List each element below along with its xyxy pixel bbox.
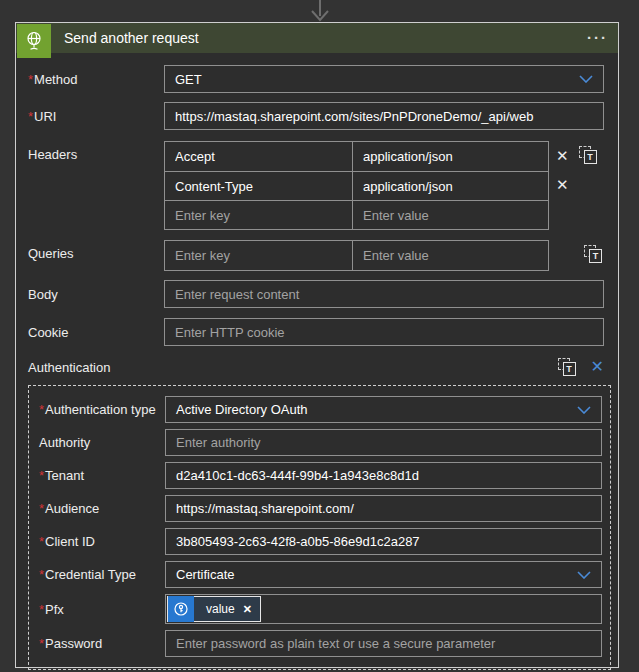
- password-input[interactable]: [176, 636, 591, 651]
- authentication-group: *Authentication type Active Directory OA…: [28, 385, 611, 670]
- header-item-row: [165, 171, 548, 200]
- audience-input[interactable]: [176, 501, 591, 516]
- tenant-input[interactable]: [176, 468, 591, 483]
- queries-text-mode-icon[interactable]: T: [584, 245, 603, 264]
- query-item-row: [165, 241, 548, 270]
- password-label: *Password: [39, 636, 165, 651]
- chevron-down-icon: [577, 406, 591, 414]
- method-label: *Method: [28, 72, 164, 87]
- pfx-value-token[interactable]: value ✕: [167, 596, 261, 622]
- tenant-row: *Tenant: [39, 462, 602, 489]
- header-item-row: [165, 200, 548, 229]
- header-key-input[interactable]: [165, 208, 352, 223]
- authority-field: [165, 429, 602, 456]
- method-dropdown[interactable]: GET: [164, 65, 604, 93]
- chevron-down-icon: [579, 75, 593, 83]
- tenant-label: *Tenant: [39, 468, 165, 483]
- http-action-card: Send another request ··· *Method GET *UR…: [15, 22, 619, 668]
- header-row-actions: ✕ ✕: [556, 141, 569, 199]
- credential-type-row: *Credential Type Certificate: [39, 561, 602, 588]
- key-vault-icon: [168, 596, 194, 622]
- uri-row: *URI: [28, 102, 604, 130]
- method-row: *Method GET: [28, 65, 604, 93]
- required-marker: *: [28, 109, 33, 124]
- query-value-input[interactable]: [353, 248, 548, 263]
- client-id-label: *Client ID: [39, 534, 165, 549]
- remove-token-icon[interactable]: ✕: [243, 603, 252, 616]
- uri-field: [164, 102, 604, 130]
- pfx-row: *Pfx value ✕: [39, 594, 602, 624]
- uri-label: *URI: [28, 109, 164, 124]
- delete-header-row-icon[interactable]: ✕: [556, 177, 569, 192]
- authentication-label: Authentication: [28, 360, 110, 375]
- client-id-field: [165, 528, 602, 555]
- header-key-input[interactable]: [165, 179, 352, 194]
- header-item-row: [165, 142, 548, 171]
- delete-header-row-icon[interactable]: ✕: [556, 148, 569, 163]
- password-row: *Password: [39, 630, 602, 657]
- action-menu-button[interactable]: ···: [587, 25, 608, 51]
- header-value-input[interactable]: [353, 208, 548, 223]
- credential-type-value: Certificate: [176, 567, 569, 582]
- queries-label: Queries: [28, 240, 164, 261]
- queries-row: Queries T: [28, 240, 604, 271]
- headers-label: Headers: [28, 141, 164, 162]
- authentication-header: Authentication T ✕: [28, 356, 604, 378]
- audience-row: *Audience: [39, 495, 602, 522]
- body-input[interactable]: [175, 287, 593, 302]
- auth-type-value: Active Directory OAuth: [176, 402, 569, 417]
- cookie-label: Cookie: [28, 325, 164, 340]
- connector-arrow-icon: [306, 0, 334, 22]
- action-title: Send another request: [64, 30, 199, 46]
- body-field: [164, 280, 604, 308]
- audience-field: [165, 495, 602, 522]
- authority-row: Authority: [39, 429, 602, 456]
- chevron-down-icon: [577, 571, 591, 579]
- cookie-row: Cookie: [28, 318, 604, 346]
- token-label: value: [206, 602, 235, 616]
- pfx-field[interactable]: value ✕: [165, 594, 602, 624]
- header-value-input[interactable]: [353, 149, 548, 164]
- credential-type-label: *Credential Type: [39, 567, 165, 582]
- method-value: GET: [175, 72, 571, 87]
- uri-input[interactable]: [175, 109, 593, 124]
- header-key-input[interactable]: [165, 149, 352, 164]
- headers-text-mode-icon[interactable]: T: [579, 146, 598, 165]
- authentication-text-mode-icon[interactable]: T: [558, 358, 577, 377]
- action-card-header[interactable]: Send another request ···: [16, 23, 618, 53]
- authority-label: Authority: [39, 435, 165, 450]
- pfx-label: *Pfx: [39, 602, 165, 617]
- query-key-input[interactable]: [165, 248, 352, 263]
- body-label: Body: [28, 287, 164, 302]
- client-id-input[interactable]: [176, 534, 591, 549]
- client-id-row: *Client ID: [39, 528, 602, 555]
- tenant-field: [165, 462, 602, 489]
- authority-input[interactable]: [176, 435, 591, 450]
- audience-label: *Audience: [39, 501, 165, 516]
- headers-grid: [164, 141, 549, 230]
- action-card-body: *Method GET *URI Headers: [16, 53, 618, 670]
- auth-type-label: *Authentication type: [39, 402, 165, 417]
- body-row: Body: [28, 280, 604, 308]
- auth-type-row: *Authentication type Active Directory OA…: [39, 396, 602, 423]
- required-marker: *: [28, 72, 33, 87]
- headers-row: Headers ✕ ✕ T: [28, 141, 604, 230]
- auth-type-dropdown[interactable]: Active Directory OAuth: [165, 396, 602, 423]
- credential-type-dropdown[interactable]: Certificate: [165, 561, 602, 588]
- queries-grid: [164, 240, 549, 271]
- password-field: [165, 630, 602, 657]
- remove-authentication-icon[interactable]: ✕: [591, 359, 604, 375]
- cookie-input[interactable]: [175, 325, 593, 340]
- http-globe-icon: [17, 24, 51, 58]
- cookie-field: [164, 318, 604, 346]
- header-value-input[interactable]: [353, 179, 548, 194]
